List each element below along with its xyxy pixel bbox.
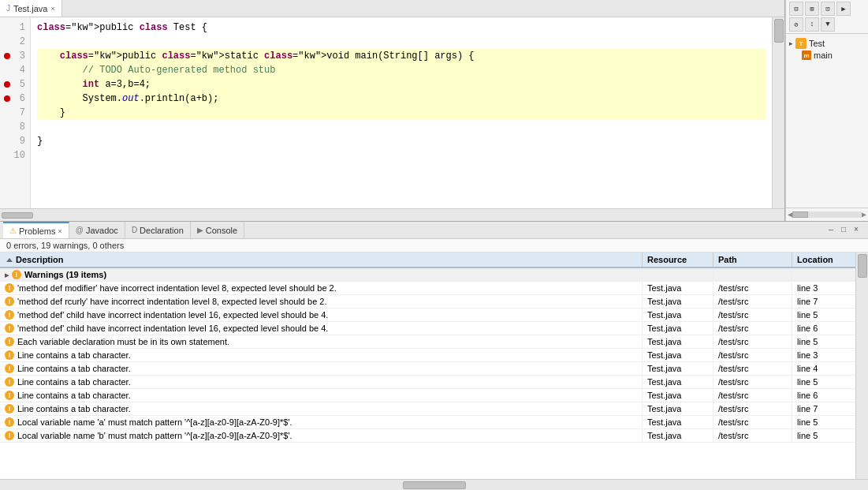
toolbar-btn-6[interactable]: ↕ — [805, 17, 819, 32]
warning-resource-1: Test.java — [643, 295, 713, 308]
warning-row-0[interactable]: ! 'method def modifier' have incorrect i… — [0, 282, 855, 295]
line-number-8: 8 — [0, 120, 30, 134]
warning-row-8[interactable]: ! Line contains a tab character. Test.ja… — [0, 389, 855, 402]
warning-row-4[interactable]: ! Each variable declaration must be in i… — [0, 335, 855, 349]
bottom-scrollbar-v[interactable] — [855, 252, 868, 479]
group-warn-icon: ! — [12, 270, 21, 279]
warnings-group-row[interactable]: ▸ ! Warnings (19 items) — [0, 268, 855, 282]
warning-location-2: line 5 — [792, 309, 855, 321]
warning-resource-4: Test.java — [643, 335, 713, 348]
tab-javadoc-label: Javadoc — [86, 226, 118, 235]
code-line-7: } — [37, 106, 766, 120]
tab-console-label: Console — [206, 226, 237, 235]
bottom-scroll-thumb[interactable] — [858, 254, 867, 278]
warning-desc-6: ! Line contains a tab character. — [0, 362, 643, 375]
tab-problems-close[interactable]: × — [58, 227, 61, 235]
warning-path-1: /test/src — [713, 295, 792, 308]
code-line-8 — [37, 120, 766, 134]
problems-summary-text: 0 errors, 19 warnings, 0 others — [6, 241, 124, 250]
line-number-10: 10 — [0, 148, 30, 163]
h-scroll-thumb-right[interactable] — [792, 211, 808, 218]
close-panel-btn[interactable]: × — [851, 225, 862, 236]
warn-icon-8: ! — [5, 391, 14, 400]
tab-problems[interactable]: ⚠ Problems × — [3, 222, 69, 238]
warning-row-7[interactable]: ! Line contains a tab character. Test.ja… — [0, 376, 855, 389]
warning-row-10[interactable]: ! Local variable name 'a' must match pat… — [0, 416, 855, 429]
line-number-5: 5 — [0, 77, 30, 92]
warning-resource-7: Test.java — [643, 376, 713, 388]
editor-panel: J Test.java × 12345678910 class="kw">pub… — [0, 0, 785, 221]
bottom-h-scroll-thumb[interactable] — [403, 481, 466, 489]
col-path-header: Path — [713, 252, 792, 267]
toolbar-btn-5[interactable]: ⊘ — [789, 17, 803, 32]
warning-path-3: /test/src — [713, 322, 792, 335]
col-location-label: Location — [797, 255, 833, 264]
toolbar-btn-1[interactable]: ⊟ — [789, 2, 803, 16]
warning-row-5[interactable]: ! Line contains a tab character. Test.ja… — [0, 349, 855, 362]
tab-declaration[interactable]: D Declaration — [125, 222, 191, 238]
right-panel-scrollbar[interactable]: ◀ ▶ — [786, 208, 868, 221]
editor-scrollbar-h[interactable] — [0, 208, 784, 221]
editor-tab-close[interactable]: × — [50, 5, 54, 13]
tree-project-label: Test — [809, 39, 825, 48]
right-scroll-arrow[interactable]: ▶ — [862, 210, 866, 219]
scroll-thumb-v[interactable] — [774, 19, 784, 43]
warning-location-0: line 3 — [792, 282, 855, 294]
breakpoint-6[interactable] — [4, 95, 10, 102]
right-panel: ⊟ ⊞ ⊡ ▶ ⊘ ↕ ▼ ▸ T Test m main ◀ ▶ — [785, 0, 868, 221]
warning-row-1[interactable]: ! 'method def rcurly' have incorrect ind… — [0, 295, 855, 309]
project-icon: T — [795, 38, 807, 49]
tree-item-main[interactable]: m main — [789, 50, 865, 61]
tab-console[interactable]: ▶ Console — [191, 222, 244, 238]
warn-icon-11: ! — [5, 431, 14, 440]
toolbar-btn-4[interactable]: ▶ — [836, 2, 851, 16]
line-number-6: 6 — [0, 92, 30, 106]
tab-console-icon: ▶ — [197, 226, 203, 234]
tree-item-project[interactable]: ▸ T Test — [789, 37, 865, 50]
warning-row-6[interactable]: ! Line contains a tab character. Test.ja… — [0, 362, 855, 376]
warning-row-9[interactable]: ! Line contains a tab character. Test.ja… — [0, 402, 855, 416]
warning-location-1: line 7 — [792, 295, 855, 308]
warning-resource-2: Test.java — [643, 309, 713, 321]
method-icon: m — [802, 50, 811, 60]
warning-location-9: line 7 — [792, 402, 855, 415]
breakpoint-5[interactable] — [4, 81, 10, 88]
bottom-scrollbar-h[interactable] — [0, 479, 868, 490]
editor-tab-test[interactable]: J Test.java × — [0, 0, 62, 17]
problems-table[interactable]: Description Resource Path Location ▸ ! W… — [0, 252, 855, 479]
warnings-group-location — [792, 268, 855, 281]
h-scroll-thumb[interactable] — [2, 212, 33, 219]
minimize-btn[interactable]: — — [825, 225, 836, 236]
warn-icon-1: ! — [5, 297, 14, 306]
warn-icon-6: ! — [5, 364, 14, 373]
table-header: Description Resource Path Location — [0, 252, 855, 268]
line-numbers: 12345678910 — [0, 17, 31, 208]
code-area: 12345678910 class="kw">public class Test… — [0, 17, 784, 208]
toolbar-btn-3[interactable]: ⊡ — [821, 2, 835, 16]
col-desc-label: Description — [16, 255, 64, 264]
warn-icon-10: ! — [5, 417, 14, 427]
breakpoint-3[interactable] — [4, 53, 10, 59]
warning-row-3[interactable]: ! 'method def' child have incorrect inde… — [0, 322, 855, 335]
warning-path-6: /test/src — [713, 362, 792, 375]
tab-javadoc[interactable]: @ Javadoc — [69, 222, 125, 238]
warning-row-11[interactable]: ! Local variable name 'b' must match pat… — [0, 429, 855, 443]
right-toolbar: ⊟ ⊞ ⊡ ▶ ⊘ ↕ ▼ — [786, 0, 868, 34]
h-scroll-track — [792, 211, 862, 218]
toolbar-btn-collapse[interactable]: ▼ — [821, 17, 835, 32]
warning-row-2[interactable]: ! 'method def' child have incorrect inde… — [0, 309, 855, 322]
editor-scrollbar-v[interactable] — [772, 17, 784, 208]
warn-icon-0: ! — [5, 283, 14, 293]
warning-desc-8: ! Line contains a tab character. — [0, 389, 643, 402]
warning-desc-4: ! Each variable declaration must be in i… — [0, 335, 643, 348]
editor-tab-bar: J Test.java × — [0, 0, 784, 17]
warnings-group-resource — [643, 268, 713, 281]
warning-path-8: /test/src — [713, 389, 792, 402]
maximize-btn[interactable]: □ — [838, 225, 849, 236]
toolbar-btn-2[interactable]: ⊞ — [805, 2, 819, 16]
tab-declaration-label: Declaration — [140, 226, 184, 235]
warning-desc-5: ! Line contains a tab character. — [0, 349, 643, 361]
warning-text-1: 'method def rcurly' have incorrect inden… — [17, 297, 327, 306]
warn-icon-9: ! — [5, 404, 14, 413]
code-content[interactable]: class="kw">public class Test { class="kw… — [31, 17, 772, 208]
